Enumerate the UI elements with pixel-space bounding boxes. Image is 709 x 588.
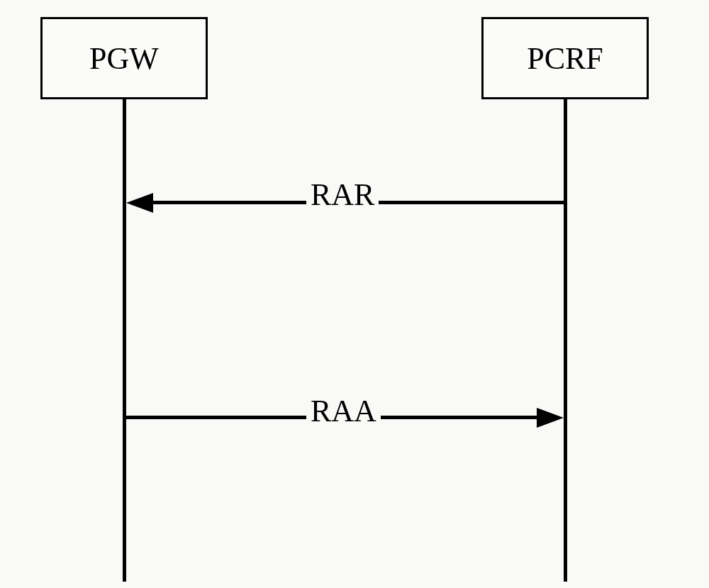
lifeline-pcrf — [564, 99, 567, 582]
message-rar-label: RAR — [306, 177, 379, 213]
message-rar-arrowhead — [126, 193, 153, 213]
actor-pcrf-label: PCRF — [527, 40, 603, 77]
actor-pgw-label: PGW — [89, 40, 159, 77]
lifeline-pgw — [123, 99, 126, 582]
actor-pgw: PGW — [40, 17, 208, 99]
message-raa-arrowhead — [537, 408, 564, 428]
actor-pcrf: PCRF — [481, 17, 649, 99]
sequence-diagram: PGW PCRF RAR RAA — [0, 0, 709, 588]
message-raa-label: RAA — [306, 393, 381, 429]
